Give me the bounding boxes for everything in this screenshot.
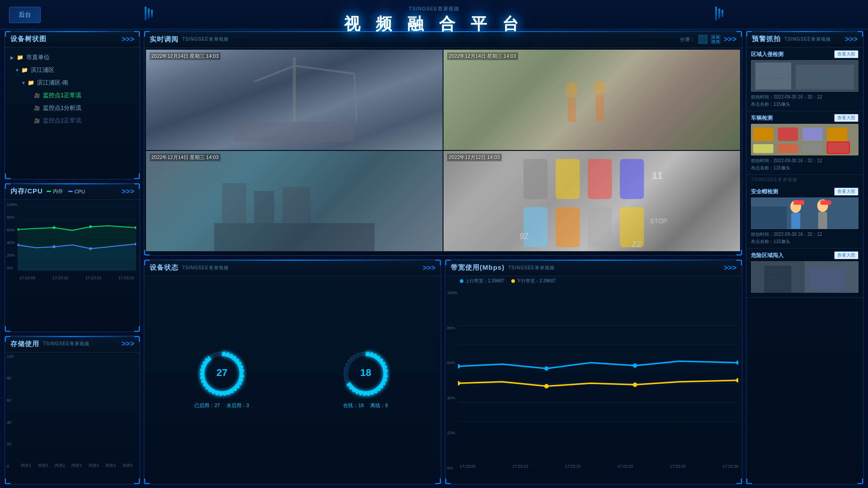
header-deco-right — [715, 7, 723, 20]
alert-1-view-btn[interactable]: 查看大图 — [834, 50, 859, 58]
header-logo-area: TSINGSEE青犀视频 视 频 融 合 平 台 — [344, 5, 524, 35]
mem-cpu-header: 内存/CPU 内存 CPU >>> — [5, 183, 140, 200]
mem-cpu-title: 内存/CPU — [10, 187, 43, 196]
svg-rect-26 — [214, 223, 374, 251]
bottom-center: 设备状态 TSINGSEE青犀视频 >>> 27 — [144, 259, 742, 484]
donut-online-svg: 18 — [341, 349, 391, 399]
svg-rect-63 — [796, 65, 854, 89]
realtime-more[interactable]: >>> — [724, 35, 736, 43]
alert-thumb-3-img — [751, 197, 859, 229]
svg-rect-18 — [234, 122, 354, 142]
header: 后台 TSINGSEE青犀视频 视 频 融 合 平 台 — [0, 0, 868, 29]
mem-cpu-chart-container: 100% 80% 60% 40% 20% 0% — [5, 200, 140, 281]
header-deco-left — [145, 7, 153, 20]
deco-bar-2 — [148, 9, 150, 19]
bar-1: 内存1 — [21, 461, 31, 469]
video-cell-2[interactable]: 2022年12月14日 星期三 14:03 — [443, 50, 740, 150]
download-dot — [511, 279, 515, 283]
split-inner-3 — [712, 39, 716, 43]
mem-cpu-more[interactable]: >>> — [122, 188, 134, 196]
mem-cpu-y-labels: 100% 80% 60% 40% 20% 0% — [7, 202, 17, 270]
video-cell-3[interactable]: 2022年12月14日 星期三 14:03 — [146, 151, 443, 251]
alert-thumb-1-img — [751, 60, 859, 92]
deco-bar-5 — [718, 9, 720, 19]
device-tree-more[interactable]: >>> — [122, 35, 134, 43]
alert-thumb-2-img — [751, 124, 859, 155]
donut-online-label: 在线：18 离线：9 — [343, 402, 387, 409]
svg-rect-86 — [809, 268, 845, 291]
tree-item-cam1-analysis[interactable]: 🎥 监控点1分析流 — [9, 102, 136, 114]
split-1-button[interactable] — [698, 35, 708, 44]
brand-watermark: TSINGSEE青犀视频 — [746, 175, 863, 185]
split-inner-4 — [716, 39, 720, 43]
tree-content: ▶ 📁 市直单位 ▼ 📁 滨江浦区 ▼ 📁 滨江浦区-南 🎥 — [5, 47, 140, 131]
alerts-more[interactable]: >>> — [845, 35, 858, 43]
svg-rect-71 — [778, 144, 798, 153]
svg-point-21 — [594, 80, 606, 95]
video-cell-1[interactable]: 2022年12月14日 星期三 14:03 — [146, 50, 443, 150]
svg-rect-31 — [524, 207, 547, 247]
alerts-brand: TSINGSEE青犀视频 — [784, 36, 831, 42]
alert-2-view-btn[interactable]: 查看大图 — [834, 114, 859, 122]
video-timestamp-1: 2022年12月14日 星期三 14:03 — [150, 52, 221, 60]
video-feed-1 — [146, 50, 443, 150]
svg-point-58 — [544, 384, 549, 389]
device-tree-header: 设备树状图 >>> — [5, 31, 140, 47]
svg-rect-75 — [751, 206, 787, 229]
donut-active-label: 已启用：27 未启用：3 — [194, 402, 249, 409]
svg-rect-77 — [791, 213, 800, 229]
folder-icon-2: 📁 — [21, 67, 28, 73]
alert-thumb-3 — [751, 197, 859, 229]
header-brand: TSINGSEE青犀视频 — [409, 5, 459, 12]
alert-3-view-btn[interactable]: 查看大图 — [834, 188, 859, 196]
svg-rect-20 — [568, 98, 576, 122]
video-cell-4[interactable]: 11 STOP 9Z ZZ 2022年12月12日 14:03 — [443, 151, 740, 251]
video-timestamp-3: 2022年12月14日 星期三 14:03 — [150, 154, 221, 161]
cam-icon-1: 🎥 — [34, 93, 40, 99]
svg-rect-33 — [588, 207, 612, 247]
alert-3-type: 安全帽检测 — [751, 188, 778, 196]
tree-arrow-3: ▼ — [21, 80, 28, 85]
storage-y-labels: 100 80 60 40 20 0 — [7, 354, 14, 469]
alert-item-3: 安全帽检测 查看大图 抓拍时间：2022-09-30 16：32：12 布点名称… — [746, 185, 863, 249]
split-4-button[interactable] — [711, 35, 720, 44]
tree-item-cam2-normal[interactable]: 🎥 监控点2正常流 — [9, 114, 136, 127]
storage-more[interactable]: >>> — [122, 340, 134, 348]
svg-rect-69 — [827, 127, 848, 141]
split-inner-2 — [716, 35, 720, 39]
back-button[interactable]: 后台 — [9, 7, 41, 23]
device-status-more[interactable]: >>> — [423, 264, 435, 272]
video-grid: 2022年12月14日 星期三 14:03 2022年12月14日 星期三 14… — [144, 48, 742, 253]
tree-item-shizhi[interactable]: ▶ 📁 市直单位 — [9, 51, 136, 64]
cam-icon-3: 🎥 — [34, 118, 40, 124]
tree-item-cam1-normal[interactable]: 🎥 监控点1正常流 — [9, 89, 136, 102]
svg-rect-84 — [764, 266, 792, 293]
tree-label-shizhi: 市直单位 — [26, 53, 50, 61]
alert-2-time: 抓拍时间：2022-09-30 16：32：12 — [751, 157, 859, 164]
tree-item-binjiang[interactable]: ▼ 📁 滨江浦区 — [9, 64, 136, 76]
alert-thumb-4 — [751, 261, 859, 293]
tree-item-binjiang-south[interactable]: ▼ 📁 滨江浦区-南 — [9, 76, 136, 89]
storage-chart-container: 100 80 60 40 20 0 内存1 内存1 — [5, 352, 140, 481]
bar-6: 内存1 — [105, 461, 116, 469]
svg-rect-29 — [588, 159, 612, 199]
alert-1-info: 抓拍时间：2022-09-30 16：32：12 布点名称：115像头 — [751, 94, 859, 108]
mem-cpu-x-labels: 17:23:05 17:23:10 17:23:15 17:23:20 — [9, 276, 136, 280]
bar-label-1: 内存1 — [21, 463, 31, 469]
alert-4-view-btn[interactable]: 查看大图 — [834, 251, 859, 259]
svg-text:11: 11 — [652, 170, 663, 181]
svg-rect-28 — [556, 159, 580, 199]
mem-cpu-header-left: 内存/CPU 内存 CPU — [10, 187, 85, 196]
bandwidth-more[interactable]: >>> — [724, 264, 736, 272]
svg-text:18: 18 — [360, 367, 371, 378]
mem-cpu-legend: 内存 CPU — [47, 188, 85, 195]
bw-legend-upload: 上行带宽：2.39687 — [460, 278, 504, 284]
alert-item-1: 区域入侵检测 查看大图 抓拍时间：2022-09-30 16：32：12 布点名… — [746, 47, 863, 111]
bar-5: 内存1 — [89, 461, 99, 469]
svg-point-55 — [633, 363, 637, 368]
bar-3: 内存1 — [55, 461, 65, 469]
svg-rect-72 — [802, 144, 823, 153]
tree-arrow-1: ▶ — [10, 55, 17, 60]
bandwidth-panel: 带宽使用(Mbps) TSINGSEE青犀视频 >>> 上行带宽：2.39687… — [445, 259, 742, 484]
legend-mem-dot — [47, 191, 51, 192]
